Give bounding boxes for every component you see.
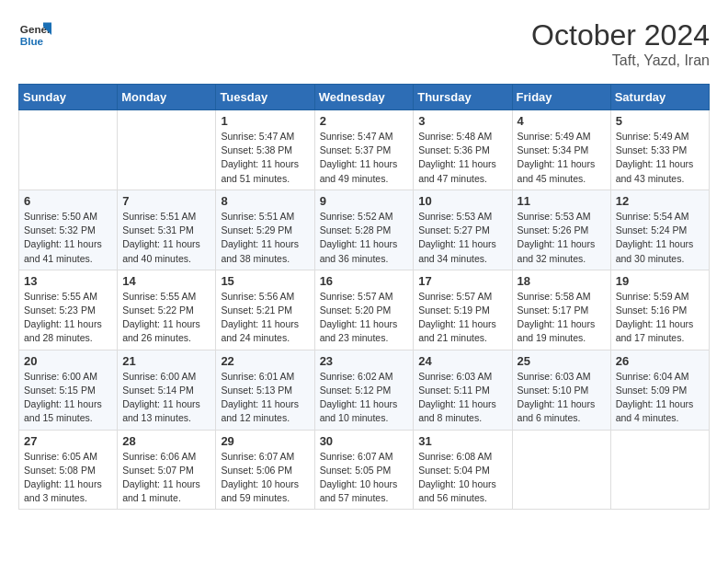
- day-number: 21: [122, 354, 210, 368]
- title-block: October 2024 Taft, Yazd, Iran: [531, 18, 710, 69]
- day-info: Sunrise: 5:53 AMSunset: 5:27 PMDaylight:…: [418, 210, 506, 266]
- calendar-cell: 9Sunrise: 5:52 AMSunset: 5:28 PMDaylight…: [314, 190, 414, 270]
- day-info: Sunrise: 5:52 AMSunset: 5:28 PMDaylight:…: [320, 210, 409, 266]
- logo: General Blue: [18, 18, 51, 52]
- calendar-cell: 31Sunrise: 6:08 AMSunset: 5:04 PMDayligh…: [414, 430, 512, 510]
- calendar-cell: 24Sunrise: 6:03 AMSunset: 5:11 PMDayligh…: [414, 350, 512, 430]
- day-info: Sunrise: 6:00 AMSunset: 5:14 PMDaylight:…: [122, 370, 210, 426]
- calendar-cell: [118, 110, 216, 190]
- month-title: October 2024: [531, 18, 710, 52]
- day-info: Sunrise: 5:59 AMSunset: 5:16 PMDaylight:…: [616, 290, 704, 346]
- day-info: Sunrise: 5:49 AMSunset: 5:33 PMDaylight:…: [616, 130, 704, 186]
- calendar-cell: 16Sunrise: 5:57 AMSunset: 5:20 PMDayligh…: [314, 270, 414, 350]
- calendar-cell: 21Sunrise: 6:00 AMSunset: 5:14 PMDayligh…: [118, 350, 216, 430]
- calendar-cell: 26Sunrise: 6:04 AMSunset: 5:09 PMDayligh…: [610, 350, 709, 430]
- day-number: 4: [518, 114, 606, 128]
- day-number: 31: [418, 434, 506, 448]
- calendar-cell: 25Sunrise: 6:03 AMSunset: 5:10 PMDayligh…: [512, 350, 610, 430]
- calendar-cell: 20Sunrise: 6:00 AMSunset: 5:15 PMDayligh…: [19, 350, 118, 430]
- day-number: 23: [320, 354, 409, 368]
- calendar-cell: 2Sunrise: 5:47 AMSunset: 5:37 PMDaylight…: [314, 110, 414, 190]
- calendar-cell: 11Sunrise: 5:53 AMSunset: 5:26 PMDayligh…: [512, 190, 610, 270]
- svg-text:Blue: Blue: [20, 35, 44, 47]
- calendar-cell: 1Sunrise: 5:47 AMSunset: 5:38 PMDaylight…: [216, 110, 314, 190]
- weekday-header-friday: Friday: [512, 85, 610, 110]
- calendar-cell: 22Sunrise: 6:01 AMSunset: 5:13 PMDayligh…: [216, 350, 314, 430]
- day-info: Sunrise: 5:55 AMSunset: 5:23 PMDaylight:…: [24, 290, 112, 346]
- day-number: 26: [616, 354, 704, 368]
- day-number: 10: [418, 194, 506, 208]
- day-number: 7: [122, 194, 210, 208]
- calendar-cell: 6Sunrise: 5:50 AMSunset: 5:32 PMDaylight…: [19, 190, 118, 270]
- calendar-table: SundayMondayTuesdayWednesdayThursdayFrid…: [18, 84, 710, 510]
- day-info: Sunrise: 5:47 AMSunset: 5:37 PMDaylight:…: [320, 130, 409, 186]
- day-number: 6: [24, 194, 112, 208]
- day-number: 8: [221, 194, 309, 208]
- day-info: Sunrise: 6:03 AMSunset: 5:10 PMDaylight:…: [518, 370, 606, 426]
- day-info: Sunrise: 5:57 AMSunset: 5:20 PMDaylight:…: [320, 290, 409, 346]
- calendar-cell: 15Sunrise: 5:56 AMSunset: 5:21 PMDayligh…: [216, 270, 314, 350]
- day-number: 11: [518, 194, 606, 208]
- calendar-cell: [512, 430, 610, 510]
- day-number: 15: [221, 274, 309, 288]
- calendar-cell: [19, 110, 118, 190]
- day-info: Sunrise: 5:51 AMSunset: 5:29 PMDaylight:…: [221, 210, 309, 266]
- day-number: 2: [320, 114, 409, 128]
- day-number: 30: [320, 434, 409, 448]
- day-info: Sunrise: 6:04 AMSunset: 5:09 PMDaylight:…: [616, 370, 704, 426]
- weekday-header-monday: Monday: [118, 85, 216, 110]
- calendar-week-row: 13Sunrise: 5:55 AMSunset: 5:23 PMDayligh…: [19, 270, 710, 350]
- logo-icon: General Blue: [18, 18, 51, 52]
- day-info: Sunrise: 6:07 AMSunset: 5:06 PMDaylight:…: [221, 450, 309, 506]
- day-info: Sunrise: 5:51 AMSunset: 5:31 PMDaylight:…: [122, 210, 210, 266]
- weekday-header-saturday: Saturday: [610, 85, 709, 110]
- calendar-cell: 12Sunrise: 5:54 AMSunset: 5:24 PMDayligh…: [610, 190, 709, 270]
- day-info: Sunrise: 5:47 AMSunset: 5:38 PMDaylight:…: [221, 130, 309, 186]
- day-number: 3: [418, 114, 506, 128]
- day-number: 17: [418, 274, 506, 288]
- calendar-week-row: 20Sunrise: 6:00 AMSunset: 5:15 PMDayligh…: [19, 350, 710, 430]
- calendar-cell: 29Sunrise: 6:07 AMSunset: 5:06 PMDayligh…: [216, 430, 314, 510]
- calendar-cell: 8Sunrise: 5:51 AMSunset: 5:29 PMDaylight…: [216, 190, 314, 270]
- day-number: 25: [518, 354, 606, 368]
- location: Taft, Yazd, Iran: [531, 52, 710, 69]
- day-info: Sunrise: 6:07 AMSunset: 5:05 PMDaylight:…: [320, 450, 409, 506]
- calendar-cell: 17Sunrise: 5:57 AMSunset: 5:19 PMDayligh…: [414, 270, 512, 350]
- calendar-cell: [610, 430, 709, 510]
- day-number: 24: [418, 354, 506, 368]
- day-number: 20: [24, 354, 112, 368]
- day-number: 1: [221, 114, 309, 128]
- day-number: 22: [221, 354, 309, 368]
- day-number: 28: [122, 434, 210, 448]
- day-info: Sunrise: 5:53 AMSunset: 5:26 PMDaylight:…: [518, 210, 606, 266]
- day-info: Sunrise: 6:02 AMSunset: 5:12 PMDaylight:…: [320, 370, 409, 426]
- calendar-week-row: 6Sunrise: 5:50 AMSunset: 5:32 PMDaylight…: [19, 190, 710, 270]
- calendar-cell: 30Sunrise: 6:07 AMSunset: 5:05 PMDayligh…: [314, 430, 414, 510]
- day-info: Sunrise: 5:56 AMSunset: 5:21 PMDaylight:…: [221, 290, 309, 346]
- weekday-header-sunday: Sunday: [19, 85, 118, 110]
- calendar-cell: 7Sunrise: 5:51 AMSunset: 5:31 PMDaylight…: [118, 190, 216, 270]
- day-number: 9: [320, 194, 409, 208]
- day-info: Sunrise: 6:00 AMSunset: 5:15 PMDaylight:…: [24, 370, 112, 426]
- calendar-week-row: 1Sunrise: 5:47 AMSunset: 5:38 PMDaylight…: [19, 110, 710, 190]
- weekday-header-row: SundayMondayTuesdayWednesdayThursdayFrid…: [19, 85, 710, 110]
- calendar-cell: 10Sunrise: 5:53 AMSunset: 5:27 PMDayligh…: [414, 190, 512, 270]
- day-number: 12: [616, 194, 704, 208]
- weekday-header-wednesday: Wednesday: [314, 85, 414, 110]
- calendar-cell: 28Sunrise: 6:06 AMSunset: 5:07 PMDayligh…: [118, 430, 216, 510]
- day-info: Sunrise: 5:54 AMSunset: 5:24 PMDaylight:…: [616, 210, 704, 266]
- calendar-cell: 5Sunrise: 5:49 AMSunset: 5:33 PMDaylight…: [610, 110, 709, 190]
- day-info: Sunrise: 6:03 AMSunset: 5:11 PMDaylight:…: [418, 370, 506, 426]
- day-number: 27: [24, 434, 112, 448]
- calendar-cell: 4Sunrise: 5:49 AMSunset: 5:34 PMDaylight…: [512, 110, 610, 190]
- calendar-cell: 27Sunrise: 6:05 AMSunset: 5:08 PMDayligh…: [19, 430, 118, 510]
- calendar-cell: 19Sunrise: 5:59 AMSunset: 5:16 PMDayligh…: [610, 270, 709, 350]
- day-number: 19: [616, 274, 704, 288]
- day-info: Sunrise: 5:48 AMSunset: 5:36 PMDaylight:…: [418, 130, 506, 186]
- day-info: Sunrise: 6:01 AMSunset: 5:13 PMDaylight:…: [221, 370, 309, 426]
- calendar-cell: 3Sunrise: 5:48 AMSunset: 5:36 PMDaylight…: [414, 110, 512, 190]
- calendar-cell: 13Sunrise: 5:55 AMSunset: 5:23 PMDayligh…: [19, 270, 118, 350]
- day-number: 5: [616, 114, 704, 128]
- day-info: Sunrise: 5:49 AMSunset: 5:34 PMDaylight:…: [518, 130, 606, 186]
- day-info: Sunrise: 6:08 AMSunset: 5:04 PMDaylight:…: [418, 450, 506, 506]
